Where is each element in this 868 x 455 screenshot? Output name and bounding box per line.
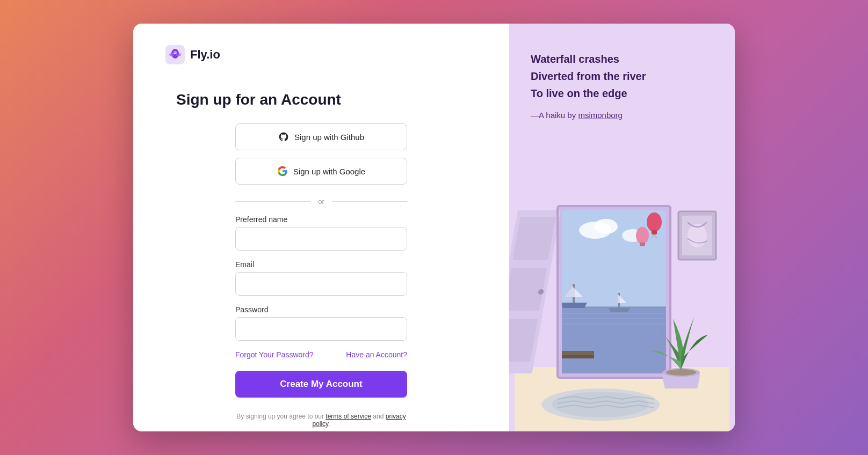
divider-line-right [332, 201, 407, 202]
divider-line-left [235, 201, 310, 202]
email-label: Email [235, 260, 407, 269]
illustration-area [509, 152, 735, 431]
github-icon [278, 131, 289, 142]
haiku-attribution: —A haiku by msimonborg [531, 111, 713, 120]
svg-rect-23 [652, 230, 657, 234]
svg-point-2 [169, 53, 175, 56]
svg-point-20 [594, 219, 618, 234]
right-panel: Waterfall crashes Diverted from the rive… [509, 24, 735, 431]
svg-point-9 [552, 392, 649, 417]
have-account-link[interactable]: Have an Account? [346, 350, 407, 359]
form-area: Sign up for an Account Sign up with Gith… [165, 86, 477, 428]
password-group: Password [235, 305, 407, 341]
page-title: Sign up for an Account [176, 91, 341, 108]
haiku-block: Waterfall crashes Diverted from the rive… [531, 50, 713, 120]
links-row: Forgot Your Password? Have an Account? [235, 350, 407, 359]
illustration-svg [509, 152, 735, 431]
divider-row: or [235, 197, 407, 206]
divider-text: or [318, 197, 324, 206]
svg-point-5 [174, 52, 175, 53]
haiku-attribution-prefix: —A haiku by [531, 111, 578, 120]
google-signup-button[interactable]: Sign up with Google [235, 158, 407, 185]
svg-point-44 [666, 369, 696, 376]
svg-point-4 [173, 51, 177, 54]
haiku-poem: Waterfall crashes Diverted from the rive… [531, 50, 713, 102]
google-button-label: Sign up with Google [293, 167, 365, 176]
terms-text: By signing up you agree to our terms of … [235, 413, 407, 428]
terms-suffix: . [328, 420, 330, 428]
svg-rect-41 [562, 355, 594, 358]
svg-point-6 [176, 52, 177, 53]
left-panel: Fly.io Sign up for an Account Sign up wi… [133, 24, 509, 431]
svg-rect-13 [513, 217, 556, 260]
create-account-button[interactable]: Create My Account [235, 371, 407, 398]
haiku-line1: Waterfall crashes [531, 53, 619, 65]
svg-point-22 [647, 212, 662, 232]
forgot-password-link[interactable]: Forgot Your Password? [235, 350, 314, 359]
github-button-label: Sign up with Github [294, 133, 364, 142]
svg-point-3 [176, 53, 181, 56]
svg-rect-27 [640, 243, 645, 246]
terms-middle: and [371, 413, 386, 420]
google-icon [277, 166, 288, 177]
svg-marker-33 [560, 303, 587, 308]
fly-logo-icon [165, 45, 185, 64]
haiku-line2: Diverted from the river [531, 70, 646, 82]
email-group: Email [235, 260, 407, 296]
preferred-name-group: Preferred name [235, 215, 407, 251]
haiku-line3: To live on the edge [531, 87, 627, 99]
password-label: Password [235, 305, 407, 314]
svg-rect-28 [562, 307, 666, 373]
password-input[interactable] [235, 317, 407, 341]
haiku-author-link[interactable]: msimonborg [578, 111, 623, 120]
logo-text: Fly.io [190, 48, 220, 62]
logo-row: Fly.io [165, 45, 477, 64]
preferred-name-input[interactable] [235, 227, 407, 251]
terms-prefix: By signing up you agree to our [236, 413, 326, 420]
terms-of-service-link[interactable]: terms of service [326, 413, 371, 420]
svg-rect-40 [562, 351, 594, 355]
preferred-name-label: Preferred name [235, 215, 407, 224]
main-card: Fly.io Sign up for an Account Sign up wi… [133, 24, 735, 431]
svg-point-26 [636, 227, 649, 244]
email-input[interactable] [235, 272, 407, 296]
svg-marker-37 [609, 308, 630, 312]
github-signup-button[interactable]: Sign up with Github [235, 123, 407, 150]
